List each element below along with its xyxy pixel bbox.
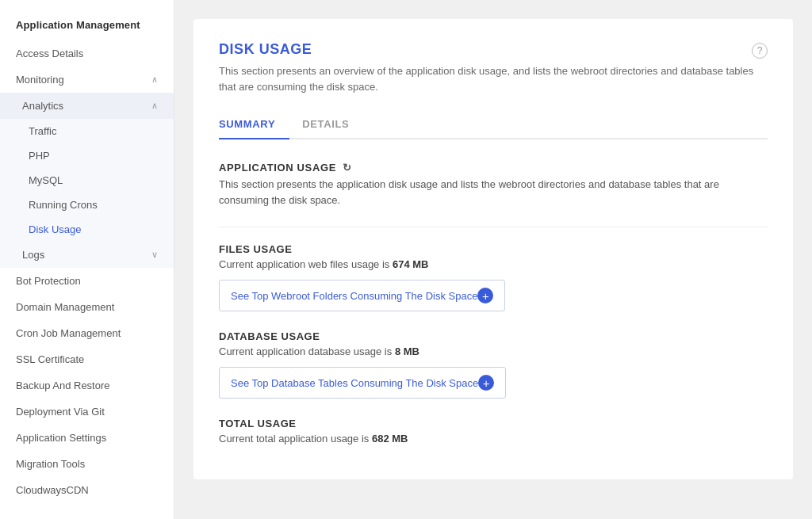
sidebar-item-label: Backup And Restore bbox=[16, 380, 110, 391]
help-icon[interactable]: ? bbox=[752, 43, 768, 59]
card-description: This section presents an overview of the… bbox=[219, 63, 758, 94]
application-usage-section: APPLICATION USAGE ↻ This section present… bbox=[219, 162, 768, 208]
sidebar-item-label: Monitoring bbox=[16, 74, 64, 86]
sidebar-item-mysql[interactable]: MySQL bbox=[0, 168, 174, 193]
sidebar-item-label: Deployment Via Git bbox=[16, 406, 105, 418]
sidebar-item-label: CloudwaysCDN bbox=[16, 484, 89, 496]
files-usage-expand-button[interactable]: See Top Webroot Folders Consuming The Di… bbox=[219, 280, 505, 311]
sidebar-title: Application Management bbox=[0, 13, 174, 40]
database-usage-desc: Current application database usage is 8 … bbox=[219, 345, 768, 357]
sidebar-item-label: Application Settings bbox=[16, 432, 106, 444]
tab-details[interactable]: DETAILS bbox=[302, 110, 363, 139]
sidebar-item-running-crons[interactable]: Running Crons bbox=[0, 193, 174, 217]
chevron-down-icon: ∨ bbox=[151, 250, 158, 260]
sidebar-item-label: Cron Job Management bbox=[16, 327, 121, 339]
sidebar-item-label: Logs bbox=[22, 249, 44, 261]
refresh-icon[interactable]: ↻ bbox=[343, 162, 352, 174]
sidebar-item-analytics[interactable]: Analytics ∧ bbox=[0, 93, 174, 119]
sidebar-item-cron-job-management[interactable]: Cron Job Management bbox=[0, 320, 174, 346]
files-usage-section: FILES USAGE Current application web file… bbox=[219, 243, 768, 311]
database-usage-btn-label: See Top Database Tables Consuming The Di… bbox=[231, 377, 478, 389]
sidebar-item-access-details[interactable]: Access Details bbox=[0, 40, 174, 67]
sidebar-item-cloudwayscdn[interactable]: CloudwaysCDN bbox=[0, 477, 174, 503]
sidebar-item-disk-usage[interactable]: Disk Usage bbox=[0, 217, 174, 242]
sidebar-item-traffic[interactable]: Traffic bbox=[0, 119, 174, 143]
main-content: DISK USAGE ? This section presents an ov… bbox=[174, 0, 812, 519]
sidebar-item-php[interactable]: PHP bbox=[0, 143, 174, 168]
chevron-up-icon: ∧ bbox=[151, 74, 158, 85]
total-usage-label: TOTAL USAGE bbox=[219, 418, 768, 429]
sidebar-item-label: Access Details bbox=[16, 48, 83, 59]
sidebar-item-label: Analytics bbox=[22, 100, 63, 112]
tab-bar: SUMMARY DETAILS bbox=[219, 110, 768, 139]
analytics-subitems: Traffic PHP MySQL Running Crons Disk Usa… bbox=[0, 119, 174, 242]
tab-summary[interactable]: SUMMARY bbox=[219, 110, 289, 139]
plus-icon: + bbox=[478, 375, 494, 391]
total-usage-value: 682 MB bbox=[372, 433, 408, 445]
sidebar-item-deployment-via-git[interactable]: Deployment Via Git bbox=[0, 399, 174, 425]
sidebar-item-application-settings[interactable]: Application Settings bbox=[0, 425, 174, 451]
sidebar-item-label: Bot Protection bbox=[16, 275, 81, 287]
disk-usage-card: DISK USAGE ? This section presents an ov… bbox=[193, 19, 793, 479]
sidebar: Application Management Access Details Mo… bbox=[0, 0, 174, 519]
files-usage-btn-label: See Top Webroot Folders Consuming The Di… bbox=[231, 290, 477, 302]
database-usage-label: DATABASE USAGE bbox=[219, 330, 768, 342]
plus-icon: + bbox=[477, 288, 493, 303]
total-usage-section: TOTAL USAGE Current total application us… bbox=[219, 418, 768, 445]
sidebar-item-label: Domain Management bbox=[16, 301, 114, 313]
sidebar-item-logs[interactable]: Logs ∨ bbox=[0, 242, 174, 268]
sidebar-item-migration-tools[interactable]: Migration Tools bbox=[0, 451, 174, 477]
files-usage-desc: Current application web files usage is 6… bbox=[219, 258, 768, 270]
total-usage-desc: Current total application usage is 682 M… bbox=[219, 433, 768, 445]
sidebar-item-monitoring[interactable]: Monitoring ∧ bbox=[0, 67, 174, 93]
application-usage-title: APPLICATION USAGE ↻ bbox=[219, 162, 768, 174]
files-usage-label: FILES USAGE bbox=[219, 243, 768, 255]
divider bbox=[219, 227, 768, 227]
sidebar-item-label: Migration Tools bbox=[16, 458, 85, 470]
sidebar-item-label: SSL Certificate bbox=[16, 353, 84, 365]
files-usage-value: 674 MB bbox=[393, 258, 429, 270]
chevron-up-icon: ∧ bbox=[151, 101, 158, 111]
card-header: DISK USAGE ? bbox=[219, 41, 768, 59]
monitoring-subitems: Analytics ∧ Traffic PHP MySQL Running Cr… bbox=[0, 93, 174, 268]
sidebar-item-backup-and-restore[interactable]: Backup And Restore bbox=[0, 372, 174, 399]
database-usage-value: 8 MB bbox=[395, 345, 419, 357]
database-usage-expand-button[interactable]: See Top Database Tables Consuming The Di… bbox=[219, 367, 506, 399]
page-title: DISK USAGE bbox=[219, 41, 312, 58]
sidebar-item-domain-management[interactable]: Domain Management bbox=[0, 294, 174, 320]
sidebar-item-bot-protection[interactable]: Bot Protection bbox=[0, 268, 174, 294]
database-usage-section: DATABASE USAGE Current application datab… bbox=[219, 330, 768, 399]
sidebar-item-ssl-certificate[interactable]: SSL Certificate bbox=[0, 346, 174, 372]
application-usage-desc: This section presents the application di… bbox=[219, 177, 768, 208]
